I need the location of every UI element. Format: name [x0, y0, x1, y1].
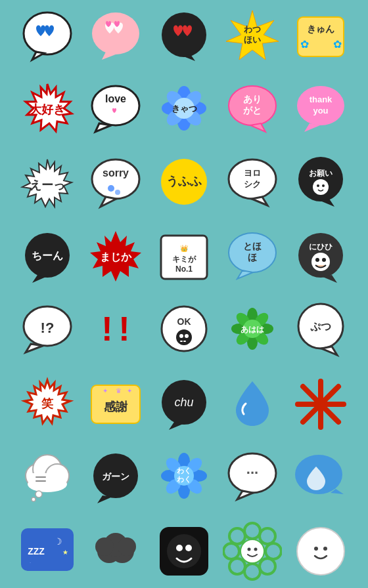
svg-text:にひひ: にひひ [309, 242, 333, 251]
sticker-32[interactable]: ガーン [83, 442, 149, 513]
svg-marker-109 [169, 422, 185, 430]
sticker-19[interactable]: とほ ほ [219, 222, 285, 293]
svg-point-156 [176, 545, 183, 551]
svg-rect-86 [183, 341, 186, 342]
svg-text:!: ! [101, 310, 112, 348]
svg-point-53 [313, 179, 329, 195]
svg-text:わく: わく [177, 475, 191, 483]
svg-text:ちーん: ちーん [32, 250, 63, 261]
sticker-14[interactable]: ヨロ シク [219, 148, 285, 219]
sticker-2[interactable] [83, 1, 149, 72]
svg-point-171 [323, 547, 327, 551]
svg-rect-85 [180, 341, 183, 342]
sticker-6[interactable]: 大好き [14, 75, 80, 146]
sticker-22[interactable]: ! ! [83, 295, 149, 366]
svg-text:thank: thank [310, 94, 333, 104]
svg-point-170 [314, 547, 318, 551]
svg-text:お願い: お願い [309, 169, 333, 178]
svg-text:大好き: 大好き [29, 103, 65, 116]
sticker-33[interactable]: わく わく [151, 442, 217, 513]
sticker-11[interactable]: えーっ [14, 148, 80, 219]
svg-text:ぷつ: ぷつ [310, 321, 331, 332]
sticker-8[interactable]: きゃつ [151, 75, 217, 146]
svg-point-72 [311, 253, 330, 271]
svg-point-74 [322, 258, 326, 262]
sticker-21[interactable]: !? [14, 295, 80, 366]
svg-text:とほ: とほ [243, 241, 262, 251]
svg-text:ZZZ: ZZZ [28, 546, 45, 556]
sticker-10[interactable]: thank you [288, 75, 354, 146]
sticker-4[interactable]: わつ ほい [219, 1, 285, 72]
sticker-28[interactable]: chu [151, 369, 217, 440]
svg-text:👑: 👑 [180, 244, 189, 253]
svg-point-159 [244, 564, 260, 579]
svg-text:ヨロ: ヨロ [244, 168, 261, 178]
svg-text:No.1: No.1 [175, 264, 193, 274]
sticker-27[interactable]: ✦ ♛ ✦ 感謝 [83, 369, 149, 440]
svg-point-158 [244, 523, 260, 539]
sticker-35[interactable] [288, 442, 354, 513]
sticker-17[interactable]: まじか [83, 222, 149, 293]
sticker-30[interactable] [288, 369, 354, 440]
sticker-7[interactable]: love [83, 75, 149, 146]
sticker-34[interactable]: ··· [219, 442, 285, 513]
svg-text:···: ··· [246, 465, 258, 481]
svg-text:わく: わく [177, 467, 191, 474]
sticker-3[interactable] [151, 1, 217, 72]
svg-point-43 [115, 190, 120, 195]
svg-text:love: love [105, 93, 126, 104]
svg-text:ほい: ほい [244, 35, 261, 45]
svg-text:まじか: まじか [100, 251, 132, 262]
svg-text:あり: あり [243, 94, 262, 104]
svg-text:✿: ✿ [333, 39, 342, 50]
svg-text:えーっ: えーっ [30, 178, 65, 192]
svg-point-4 [162, 12, 206, 57]
svg-point-84 [185, 334, 189, 338]
sticker-1[interactable] [14, 1, 80, 72]
sticker-29[interactable] [219, 369, 285, 440]
svg-text:きゅん: きゅん [307, 24, 334, 34]
svg-point-55 [322, 184, 325, 187]
svg-marker-1 [32, 52, 44, 60]
sticker-5[interactable]: きゅん ✿ ✿ [288, 1, 354, 72]
svg-marker-40 [101, 197, 116, 207]
sticker-23[interactable]: OK [151, 295, 217, 366]
svg-text:OK: OK [177, 316, 191, 327]
sticker-12[interactable]: sorry [83, 148, 149, 219]
svg-text:✦: ✦ [103, 387, 108, 394]
svg-point-165 [260, 558, 275, 574]
svg-text:you: you [313, 106, 328, 116]
sticker-36[interactable]: ZZZ ☽ ★ · [14, 516, 80, 587]
svg-point-42 [108, 185, 114, 192]
sticker-9[interactable]: あり がと [219, 75, 285, 146]
svg-point-153 [118, 537, 136, 556]
svg-text:chu: chu [174, 396, 193, 409]
svg-point-73 [315, 258, 319, 262]
svg-point-161 [265, 543, 281, 559]
svg-point-166 [241, 539, 264, 563]
sticker-37[interactable] [83, 516, 149, 587]
svg-point-169 [297, 528, 344, 575]
svg-point-121 [32, 497, 35, 501]
sticker-16[interactable]: ちーん [14, 222, 80, 293]
sticker-18[interactable]: 👑 キミが No.1 [151, 222, 217, 293]
sticker-26[interactable]: 笑 [14, 369, 80, 440]
svg-point-155 [167, 534, 201, 568]
sticker-24[interactable]: あはは [219, 295, 285, 366]
sticker-15[interactable]: お願い [288, 148, 354, 219]
svg-point-2 [92, 12, 139, 54]
svg-rect-9 [298, 17, 344, 56]
svg-text:うふふ: うふふ [166, 175, 202, 188]
sticker-13[interactable]: うふふ [151, 148, 217, 219]
sticker-40[interactable] [288, 516, 354, 587]
sticker-25[interactable]: ぷつ [288, 295, 354, 366]
svg-text:感謝: 感謝 [104, 400, 128, 413]
svg-point-83 [179, 334, 183, 338]
sticker-20[interactable]: にひひ [288, 222, 354, 293]
svg-point-167 [248, 548, 251, 551]
sticker-31[interactable] [14, 442, 80, 513]
svg-marker-16 [95, 123, 111, 132]
sticker-39[interactable] [219, 516, 285, 587]
sticker-38[interactable] [151, 516, 217, 587]
svg-marker-47 [252, 197, 267, 205]
